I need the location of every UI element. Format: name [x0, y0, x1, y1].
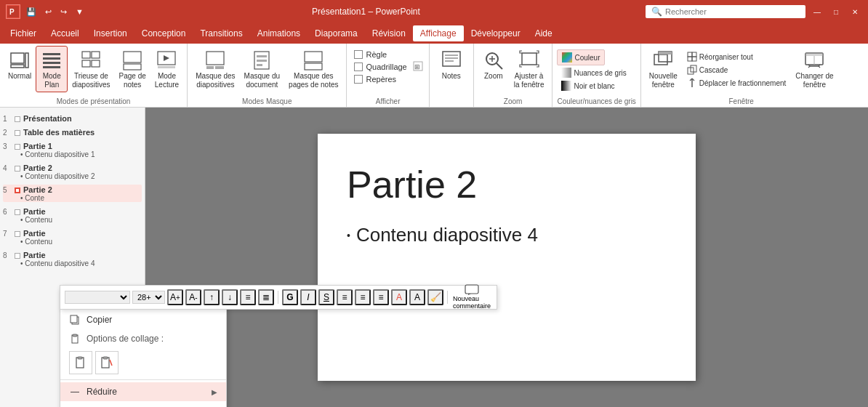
slide-indicator-5	[15, 188, 20, 193]
slide-item-5[interactable]: 5 Partie 2 • Conte	[3, 185, 142, 202]
svg-rect-61	[78, 357, 82, 359]
ribbon-btn-deplacer-fract[interactable]: Déplacer le fractionnement	[683, 77, 791, 89]
ribbon-label-fenetre: Fenêtre	[646, 95, 837, 105]
slide-item-6[interactable]: 6 Partie • Contenu	[3, 206, 142, 224]
menu-accueil[interactable]: Accueil	[44, 25, 87, 41]
slide-item-1[interactable]: 1 Présentation	[3, 113, 142, 123]
menu-aide[interactable]: Aide	[528, 25, 560, 41]
search-input[interactable]	[665, 7, 781, 16]
ribbon-btn-changer-fenetre[interactable]: Changer defenêtre	[792, 47, 837, 92]
indent-increase-btn[interactable]: ↑	[204, 289, 220, 305]
ctx-options-collage-header: Options de collage :	[60, 329, 226, 348]
ribbon-btn-trieuse[interactable]: Trieuse dediapositives	[68, 47, 113, 92]
checkbox-reperes[interactable]: Repères	[351, 74, 409, 84]
checkboxes: Règle Quadrillage Repères	[351, 49, 409, 84]
slide-item-2[interactable]: 2 Table des matières	[3, 127, 142, 137]
menu-conception[interactable]: Conception	[134, 25, 193, 41]
afficher-expand[interactable]: ⊞	[413, 61, 425, 71]
checkbox-quadrillage[interactable]: Quadrillage	[351, 62, 409, 72]
ribbon-btn-couleur[interactable]: Couleur	[557, 49, 605, 65]
search-bar[interactable]: 🔍	[646, 5, 805, 18]
clear-format-btn[interactable]: 🧹	[427, 289, 443, 305]
slide-item-3[interactable]: 3 Partie 1 • Contenu diapositive 1	[3, 141, 142, 158]
ribbon-btn-mode-plan[interactable]: ModePlan	[36, 47, 67, 92]
undo-btn[interactable]: ↩	[42, 6, 55, 18]
ribbon-btn-cascade[interactable]: Cascade	[683, 64, 791, 76]
paste-keep-format-btn[interactable]	[69, 351, 92, 374]
font-family-select[interactable]	[65, 291, 130, 304]
maximize-btn[interactable]: □	[829, 4, 843, 19]
zoom-icon	[482, 49, 505, 72]
indent-decrease-btn[interactable]: ↓	[222, 289, 238, 305]
ribbon-btn-nouvelle-fenetre[interactable]: Nouvellefenêtre	[646, 47, 681, 92]
slide-item-8[interactable]: 8 Partie • Contenu diapositive 4	[3, 250, 142, 267]
ribbon-btn-nuances-gris[interactable]: Nuances de gris	[557, 67, 630, 78]
align-left-btn[interactable]: ≡	[240, 289, 256, 305]
font-size-select[interactable]: 28+	[132, 291, 165, 304]
ribbon-section-modes-masque: Masque desdiapositives Masque dudocument…	[188, 44, 347, 107]
svg-rect-7	[43, 62, 60, 64]
ribbon-btn-normal[interactable]: Normal	[4, 47, 35, 82]
slide-item-7[interactable]: 7 Partie • Contenu	[3, 228, 142, 246]
font-shrink-btn[interactable]: A-	[185, 289, 201, 305]
customize-quick-access[interactable]: ▼	[73, 6, 87, 17]
ribbon-section-notes: Notes	[430, 44, 474, 107]
align-center2-btn[interactable]: ≡	[355, 289, 371, 305]
ribbon-btn-notes[interactable]: Notes	[434, 47, 469, 82]
align-center-btn[interactable]: ≣	[258, 289, 274, 305]
paste-no-format-btn[interactable]	[95, 351, 118, 374]
reperes-checkbox[interactable]	[354, 75, 363, 84]
ribbon-btn-masque-notes[interactable]: Masque despages de notes	[285, 47, 342, 92]
ctx-developper[interactable]: + Développer ▶	[60, 401, 226, 407]
ribbon-btn-reorganiser[interactable]: Réorganiser tout	[683, 51, 791, 63]
font-color-btn[interactable]: A	[391, 289, 407, 305]
menu-affichage[interactable]: Affichage	[413, 25, 464, 41]
ribbon-btn-ajuster[interactable]: Ajuster àla fenêtre	[510, 47, 548, 92]
ribbon-label-couleur: Couleur/nuances de gris	[557, 95, 635, 105]
title-bar-left: P 💾 ↩ ↪ ▼	[6, 4, 87, 19]
svg-rect-8	[43, 66, 60, 68]
close-btn[interactable]: ✕	[848, 4, 862, 19]
menu-insertion[interactable]: Insertion	[87, 25, 134, 41]
ribbon-btn-noir-blanc[interactable]: Noir et blanc	[557, 80, 619, 92]
slide-heading: Partie 2	[347, 163, 667, 206]
menu-transitions[interactable]: Transitions	[193, 25, 249, 41]
menu-animations[interactable]: Animations	[250, 25, 308, 41]
ajuster-icon	[518, 49, 541, 72]
underline-btn[interactable]: S	[318, 289, 334, 305]
slide-item-4[interactable]: 4 Partie 2 • Contenu diapositive 2	[3, 163, 142, 180]
font-grow-btn[interactable]: A+	[167, 289, 183, 305]
paste-icons-row	[60, 348, 226, 377]
ribbon-label-modes-presentation: Modes de présentation	[4, 95, 182, 105]
align-left2-btn[interactable]: ≡	[337, 289, 353, 305]
app-icon: P	[6, 4, 20, 19]
bold-btn[interactable]: G	[282, 289, 298, 305]
menu-diaporama[interactable]: Diaporama	[308, 25, 365, 41]
italic-btn[interactable]: I	[300, 289, 316, 305]
checkbox-regle[interactable]: Règle	[351, 49, 409, 60]
regle-checkbox[interactable]	[354, 50, 363, 59]
svg-line-64	[110, 360, 112, 366]
ribbon-btn-page-notes[interactable]: Page denotes	[116, 47, 150, 92]
quadrillage-checkbox[interactable]	[354, 63, 363, 71]
save-quick-btn[interactable]: 💾	[23, 6, 39, 18]
redo-btn[interactable]: ↪	[57, 6, 70, 18]
svg-rect-10	[92, 52, 100, 58]
svg-rect-43	[688, 57, 692, 61]
menu-developpeur[interactable]: Développeur	[464, 25, 528, 41]
menu-revision[interactable]: Révision	[365, 25, 413, 41]
highlight-btn[interactable]: A	[409, 289, 425, 305]
ctx-copier[interactable]: Copier	[60, 310, 226, 329]
new-comment-btn[interactable]: Nouveaucommentaire	[451, 283, 492, 312]
ribbon-btn-masque-diapos[interactable]: Masque desdiapositives	[192, 47, 238, 92]
ribbon: Normal ModePlan Trieuse dediapositives P…	[0, 44, 868, 108]
menu-fichier[interactable]: Fichier	[3, 25, 44, 41]
svg-rect-23	[257, 60, 267, 62]
ribbon-btn-lecture[interactable]: ModeLecture	[151, 47, 182, 92]
ribbon-btn-masque-doc[interactable]: Masque dudocument	[241, 47, 284, 92]
minimize-btn[interactable]: —	[810, 4, 824, 19]
ribbon-btn-zoom[interactable]: Zoom	[478, 47, 509, 82]
ribbon-masque-content: Masque desdiapositives Masque dudocument…	[192, 47, 342, 95]
align-right-btn[interactable]: ≡	[373, 289, 389, 305]
ctx-reduire[interactable]: — Réduire ▶	[60, 382, 226, 401]
